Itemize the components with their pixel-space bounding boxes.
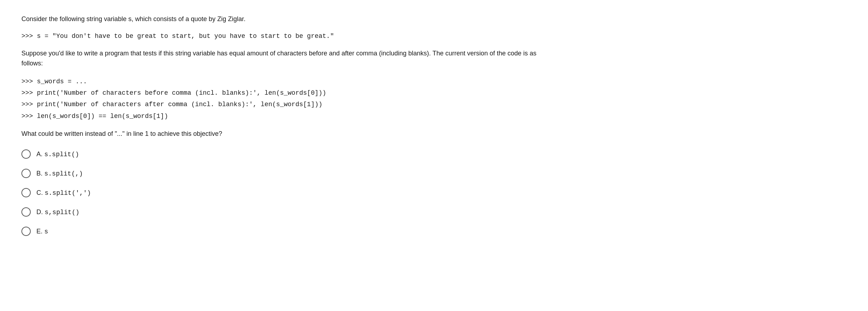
code-line-2: >>> print('Number of characters before c…: [21, 87, 550, 99]
option-code-a: s.split(): [44, 151, 79, 158]
option-text-wrapper-d: D. s,split(): [36, 208, 79, 216]
option-code-d: s,split(): [45, 209, 79, 216]
radio-d[interactable]: [21, 207, 31, 217]
code-block: >>> s_words = ... >>> print('Number of c…: [21, 76, 550, 122]
option-label-c: C.: [36, 189, 45, 196]
option-label-d: D.: [36, 208, 45, 216]
string-variable-code: >>> s = "You don't have to be great to s…: [21, 31, 550, 41]
option-item-d[interactable]: D. s,split(): [21, 207, 550, 217]
intro-text: Consider the following string variable s…: [21, 14, 550, 24]
option-code-c: s.split(','): [45, 189, 91, 197]
option-label-e: E.: [36, 228, 44, 235]
option-text-wrapper-b: B. s.split(,): [36, 170, 83, 177]
option-label-a: A.: [36, 150, 44, 158]
description-text: Suppose you'd like to write a program th…: [21, 49, 550, 69]
option-item-b[interactable]: B. s.split(,): [21, 169, 550, 178]
options-container: A. s.split()B. s.split(,)C. s.split(',')…: [21, 149, 550, 236]
question-text: What could be written instead of "..." i…: [21, 129, 550, 139]
option-text-wrapper-e: E. s: [36, 228, 48, 235]
code-line-1: >>> s_words = ...: [21, 76, 550, 87]
option-code-b: s.split(,): [44, 170, 83, 177]
option-code-e: s: [44, 228, 48, 235]
option-item-e[interactable]: E. s: [21, 227, 550, 236]
option-label-b: B.: [36, 170, 44, 177]
radio-b[interactable]: [21, 169, 31, 178]
option-text-wrapper-a: A. s.split(): [36, 150, 79, 158]
option-item-a[interactable]: A. s.split(): [21, 149, 550, 159]
radio-e[interactable]: [21, 227, 31, 236]
code-line-4: >>> len(s_words[0]) == len(s_words[1]): [21, 110, 550, 122]
code-line-3: >>> print('Number of characters after co…: [21, 99, 550, 110]
option-item-c[interactable]: C. s.split(','): [21, 188, 550, 197]
radio-c[interactable]: [21, 188, 31, 197]
radio-a[interactable]: [21, 149, 31, 159]
option-text-wrapper-c: C. s.split(','): [36, 189, 91, 197]
